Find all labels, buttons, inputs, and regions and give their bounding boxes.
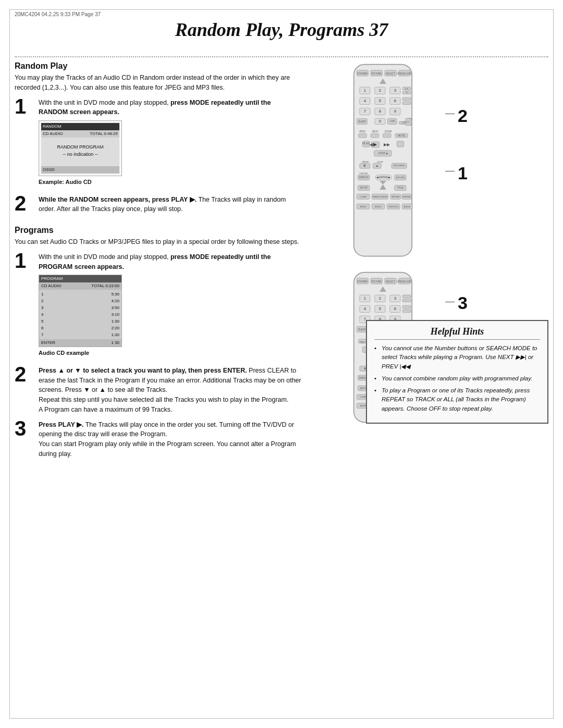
svg-text:2: 2 xyxy=(379,296,381,301)
left-column: Random Play You may play the Tracks of a… xyxy=(15,61,301,464)
page-number: 37 xyxy=(369,19,388,40)
svg-text:▶: ▶ xyxy=(374,142,377,147)
helpful-hints-title: Helpful Hints xyxy=(374,326,540,340)
svg-text:CH.: CH. xyxy=(405,88,409,90)
svg-text:0: 0 xyxy=(379,119,382,124)
page-title-area: Random Play, Programs 37 xyxy=(0,19,563,41)
page-border-left xyxy=(9,9,10,719)
page-border-top xyxy=(9,9,554,10)
svg-text:MODE: MODE xyxy=(360,404,366,407)
random-step-2: 2 While the RANDOM screen appears, press… xyxy=(15,195,301,215)
step-number-2: 2 xyxy=(15,193,33,214)
svg-text:TITLE: TITLE xyxy=(397,187,403,189)
connector-top-2 xyxy=(445,114,455,114)
prog-step-1-content: With the unit in DVD mode and play stopp… xyxy=(39,252,301,361)
svg-text:REPEAT: REPEAT xyxy=(403,195,411,198)
svg-text:DISPLAY: DISPLAY xyxy=(359,176,369,179)
svg-text:NEXT: NEXT xyxy=(372,130,378,133)
svg-text:SELECT: SELECT xyxy=(386,72,395,75)
svg-text:3: 3 xyxy=(394,296,396,301)
svg-text:+100: +100 xyxy=(389,120,395,122)
remote-top-svg: STANDBY PICTURE SELECT OPEN/CLOSE 1 2 3 … xyxy=(345,61,421,259)
svg-rect-43 xyxy=(406,118,411,121)
random-play-heading: Random Play xyxy=(15,61,301,71)
svg-text:OPEN/CLOSE: OPEN/CLOSE xyxy=(397,280,412,283)
svg-text:OPEN/CLOSE: OPEN/CLOSE xyxy=(397,72,412,75)
svg-rect-116 xyxy=(402,299,411,302)
svg-rect-44 xyxy=(406,122,411,126)
page-title-text: Random Play, Programs xyxy=(175,19,365,40)
right-column: STANDBY PICTURE SELECT OPEN/CLOSE 1 2 3 … xyxy=(345,61,548,424)
svg-text:REPEAT: REPEAT xyxy=(391,195,400,198)
screen-caption-random: Example: Audio CD xyxy=(39,178,301,187)
svg-text:SLEEP: SLEEP xyxy=(358,328,365,331)
svg-text:SLOW: SLOW xyxy=(377,161,383,163)
screen-caption-program: Audio CD example xyxy=(39,349,301,357)
screen-body-text: RANDOM PROGRAM-- no indication -- xyxy=(43,144,117,158)
svg-text:RETURN: RETURN xyxy=(396,176,405,179)
svg-text:STOP ■: STOP ■ xyxy=(378,152,388,155)
page-border-right xyxy=(553,9,554,719)
svg-rect-49 xyxy=(371,133,379,138)
program-screen-mockup: PROGRAM CD AUDIOTOTAL 0:22:00 15:30 24:2… xyxy=(39,275,122,347)
svg-text:6: 6 xyxy=(394,306,396,311)
prog-step-number-1: 1 xyxy=(15,250,33,271)
svg-text:1: 1 xyxy=(364,296,366,301)
prog-step-number-2: 2 xyxy=(15,364,33,385)
svg-text:ANGLE: ANGLE xyxy=(404,205,411,208)
random-play-section: Random Play You may play the Tracks of a… xyxy=(15,61,301,214)
main-content: Random Play You may play the Tracks of a… xyxy=(15,61,548,713)
prog-row-7: 71:30 xyxy=(41,331,119,338)
svg-rect-115 xyxy=(402,295,411,298)
random-step-1: 1 With the unit in DVD mode and play sto… xyxy=(15,98,301,190)
step-number-1: 1 xyxy=(15,96,33,117)
svg-rect-58 xyxy=(397,141,403,147)
prog-step-2-content: Press ▲ or ▼ to select a track you want … xyxy=(39,366,301,415)
svg-text:PREV: PREV xyxy=(359,130,365,133)
hint-item-1: You cannot use the Number buttons or SEA… xyxy=(374,344,540,371)
screen-footer: OSSD xyxy=(41,166,119,174)
svg-text:MUTE: MUTE xyxy=(398,134,406,137)
programs-step-1: 1 With the unit in DVD mode and play sto… xyxy=(15,252,301,361)
header-meta: 20MC4204 04.2.25 9:33 PM Page 37 xyxy=(15,11,101,17)
helpful-hints-list: You cannot use the Number buttons or SEA… xyxy=(374,344,540,413)
step-2-content: While the RANDOM screen appears, press P… xyxy=(39,195,301,215)
svg-text:SUBTITLE: SUBTITLE xyxy=(388,205,398,208)
svg-rect-50 xyxy=(383,133,391,138)
remote-bottom-number-3: 3 xyxy=(458,293,468,313)
screen-title-bar: RANDOM xyxy=(41,123,119,130)
prog-row-2: 24:20 xyxy=(41,298,119,304)
prog-step-3-content: Press PLAY ▶. The Tracks will play once … xyxy=(39,420,301,459)
svg-rect-48 xyxy=(359,133,367,138)
svg-text:5: 5 xyxy=(379,98,382,103)
svg-text:CLEAR: CLEAR xyxy=(360,195,366,198)
connector-bottom-3 xyxy=(445,302,455,302)
screen-body: RANDOM PROGRAM-- no indication -- xyxy=(41,138,119,166)
step-1-content: With the unit in DVD mode and play stopp… xyxy=(39,98,301,190)
svg-text:3: 3 xyxy=(394,88,396,93)
prog-row-4: 43:10 xyxy=(41,311,119,318)
svg-rect-26 xyxy=(402,97,411,101)
svg-text:STANDBY: STANDBY xyxy=(357,72,368,75)
programs-section: Programs You can set Audio CD Tracks or … xyxy=(15,226,301,459)
page-border-bottom xyxy=(9,718,554,719)
svg-text:AUDIO: AUDIO xyxy=(375,205,381,208)
connector-top-1 xyxy=(445,171,455,171)
svg-rect-27 xyxy=(402,102,411,105)
svg-text:▲: ▲ xyxy=(376,164,379,167)
remote-top-number-1: 1 xyxy=(458,163,468,183)
remote-top-area: STANDBY PICTURE SELECT OPEN/CLOSE 1 2 3 … xyxy=(345,61,460,259)
helpful-hints-box: Helpful Hints You cannot use the Number … xyxy=(366,320,548,424)
svg-text:9: 9 xyxy=(394,109,396,114)
svg-text:SETUP: SETUP xyxy=(360,187,368,189)
program-body: 15:30 24:20 33:50 43:10 51:30 62:20 71:3… xyxy=(39,290,121,339)
random-play-intro: You may play the Tracks of an Audio CD i… xyxy=(15,73,301,93)
prog-row-1: 15:30 xyxy=(41,291,119,298)
svg-text:STANDBY: STANDBY xyxy=(357,280,368,283)
prog-step-number-3: 3 xyxy=(15,418,33,439)
svg-text:SELECT: SELECT xyxy=(386,280,395,283)
svg-text:DISC MENU: DISC MENU xyxy=(394,164,405,167)
svg-text:PAUSE: PAUSE xyxy=(362,161,369,163)
svg-text:DISPLAY: DISPLAY xyxy=(360,172,369,175)
svg-text:⏸: ⏸ xyxy=(363,164,366,167)
